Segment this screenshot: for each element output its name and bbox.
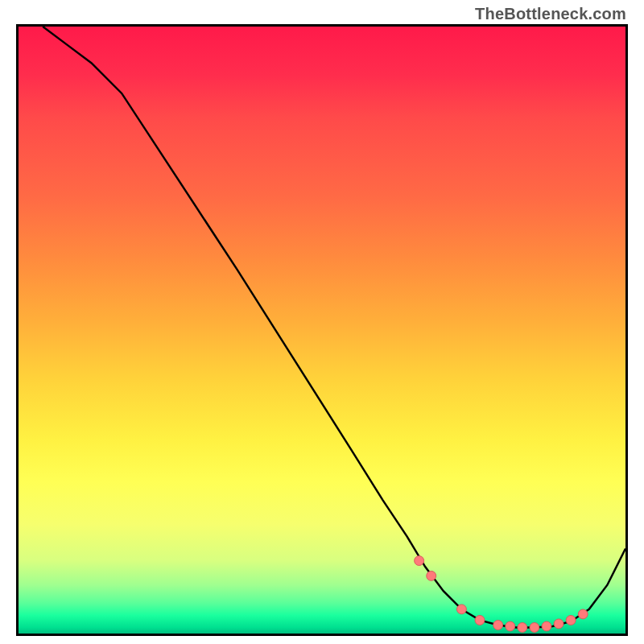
marker-dot [493, 621, 503, 630]
marker-dot [566, 615, 576, 625]
plot-area [16, 24, 628, 636]
marker-dot [554, 619, 564, 629]
marker-dot [427, 571, 436, 580]
highlighted-dots [415, 556, 588, 633]
marker-dot [456, 605, 466, 614]
bottleneck-curve [43, 27, 625, 627]
marker-dot [530, 623, 539, 633]
marker-dot [475, 615, 485, 625]
marker-dot [518, 623, 527, 633]
marker-dot [415, 556, 424, 566]
marker-dot [578, 609, 588, 619]
marker-dot [506, 621, 515, 631]
chart-container: TheBottleneck.com [0, 0, 644, 644]
marker-dot [542, 621, 551, 631]
watermark-label: TheBottleneck.com [475, 5, 626, 23]
curve-svg [19, 27, 625, 634]
